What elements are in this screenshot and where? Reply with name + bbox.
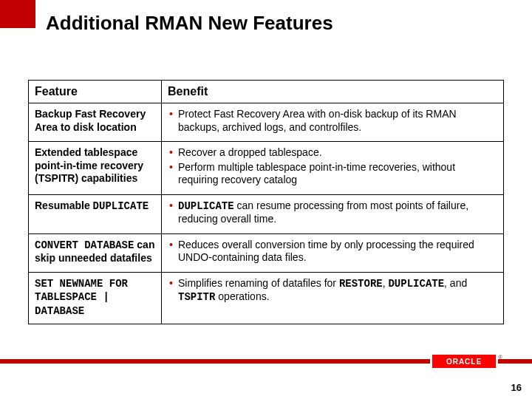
benefit-bullet: Perform multiple tablespace point-in-tim… (168, 161, 497, 187)
features-table: Feature Benefit Backup Fast Recovery Are… (28, 80, 504, 324)
features-table-wrap: Feature Benefit Backup Fast Recovery Are… (28, 80, 504, 324)
oracle-logo-text: ORACLE (446, 358, 482, 366)
feature-cell: Resumable DUPLICATE (29, 194, 162, 233)
benefit-bullet: DUPLICATE can resume processing from mos… (168, 200, 497, 226)
feature-cell: CONVERT DATABASE can skip unneeded dataf… (29, 233, 162, 272)
table-row: Extended tablespace point-in-time recove… (29, 142, 504, 195)
slide-title: Additional RMAN New Features (46, 12, 333, 35)
table-header-row: Feature Benefit (29, 81, 504, 103)
feature-cell: Backup Fast Recovery Area to disk locati… (29, 103, 162, 142)
table-row: Backup Fast Recovery Area to disk locati… (29, 103, 504, 142)
registered-mark: ® (498, 354, 502, 361)
benefit-bullet: Protect Fast Recovery Area with on-disk … (168, 108, 497, 134)
header-feature: Feature (29, 81, 162, 103)
benefit-cell: Reduces overall conversion time by only … (162, 233, 504, 272)
table-row: CONVERT DATABASE can skip unneeded dataf… (29, 233, 504, 272)
benefit-bullet: Recover a dropped tablespace. (168, 146, 497, 160)
benefit-bullet: Simplifies renaming of datafiles for RES… (168, 277, 497, 304)
brand-accent-block (0, 0, 35, 28)
oracle-logo: ORACLE (432, 355, 496, 368)
table-row: SET NEWNAME FOR TABLESPACE | DATABASESim… (29, 272, 504, 324)
feature-cell: Extended tablespace point-in-time recove… (29, 142, 162, 195)
benefit-bullet: Reduces overall conversion time by only … (168, 239, 497, 265)
table-row: Resumable DUPLICATEDUPLICATE can resume … (29, 194, 504, 233)
benefit-cell: Recover a dropped tablespace.Perform mul… (162, 142, 504, 195)
slide: Additional RMAN New Features Feature Ben… (0, 0, 532, 399)
page-number: 16 (511, 382, 522, 393)
benefit-cell: Simplifies renaming of datafiles for RES… (162, 272, 504, 324)
benefit-cell: Protect Fast Recovery Area with on-disk … (162, 103, 504, 142)
benefit-cell: DUPLICATE can resume processing from mos… (162, 194, 504, 233)
feature-cell: SET NEWNAME FOR TABLESPACE | DATABASE (29, 272, 162, 324)
header-benefit: Benefit (162, 81, 504, 103)
